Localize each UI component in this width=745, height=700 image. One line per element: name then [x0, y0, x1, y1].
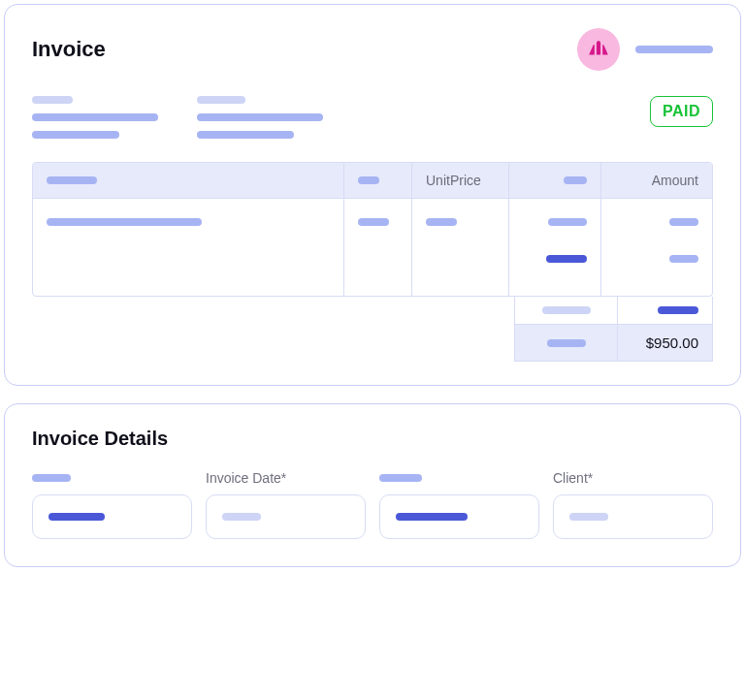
- bill-from-block: [32, 96, 158, 139]
- col-header-amount: Amount: [600, 163, 712, 198]
- summary-value: [617, 297, 712, 324]
- invoice-card: Invoice PAID: [4, 4, 741, 386]
- status-badge: PAID: [650, 96, 713, 127]
- summary-total-row: $950.00: [514, 325, 713, 362]
- cell-subtotal: [508, 199, 600, 296]
- client-input[interactable]: [553, 494, 713, 539]
- field-client: Client*: [553, 469, 713, 539]
- summary-total-value: $950.00: [617, 325, 712, 361]
- details-title: Invoice Details: [32, 428, 713, 450]
- invoice-header: Invoice: [32, 28, 713, 71]
- placeholder-line: [197, 113, 323, 121]
- company-logo-icon: [577, 28, 620, 71]
- placeholder-line: [197, 131, 294, 139]
- invoice-date-input[interactable]: [206, 494, 366, 539]
- summary-total-label: [515, 325, 617, 361]
- field-label: Client*: [553, 469, 713, 487]
- placeholder-line: [32, 96, 73, 104]
- company-name-placeholder: [635, 46, 713, 53]
- cell-description: [33, 199, 343, 296]
- placeholder-line: [32, 131, 119, 139]
- table-header: UnitPrice Amount: [33, 163, 712, 199]
- field-due-date: [379, 469, 539, 539]
- invoice-title: Invoice: [32, 37, 106, 62]
- bill-to-block: [197, 96, 323, 139]
- input-value-placeholder: [49, 513, 105, 521]
- placeholder-line: [32, 113, 158, 121]
- field-label: [32, 469, 192, 487]
- field-invoice-date: Invoice Date*: [206, 469, 366, 539]
- invoice-details-card: Invoice Details Invoice Date* Client*: [4, 403, 741, 567]
- input-value-placeholder: [222, 513, 261, 521]
- cell-amount: [600, 199, 712, 296]
- table-body: [33, 199, 712, 296]
- field-label: [379, 469, 539, 487]
- input-value-placeholder: [396, 513, 468, 521]
- due-date-input[interactable]: [379, 494, 539, 539]
- cell-price: [411, 199, 508, 296]
- table-row: [33, 199, 712, 296]
- placeholder-line: [197, 96, 245, 104]
- company-brand: [577, 28, 713, 71]
- col-header-unit-price: UnitPrice: [411, 163, 508, 198]
- input-value-placeholder: [569, 513, 608, 521]
- col-header-qty: [343, 163, 411, 198]
- field-invoice-number: [32, 469, 192, 539]
- invoice-summary: $950.00: [32, 297, 713, 362]
- line-items-table: UnitPrice Amount: [32, 162, 713, 297]
- invoice-number-input[interactable]: [32, 494, 192, 539]
- field-label: Invoice Date*: [206, 469, 366, 487]
- summary-label: [515, 297, 617, 324]
- col-header-subtotal: [508, 163, 600, 198]
- details-fields: Invoice Date* Client*: [32, 469, 713, 539]
- summary-subtotal-row: [514, 297, 713, 325]
- invoice-info-row: PAID: [32, 96, 713, 139]
- col-header-description: [33, 163, 343, 198]
- cell-qty: [343, 199, 411, 296]
